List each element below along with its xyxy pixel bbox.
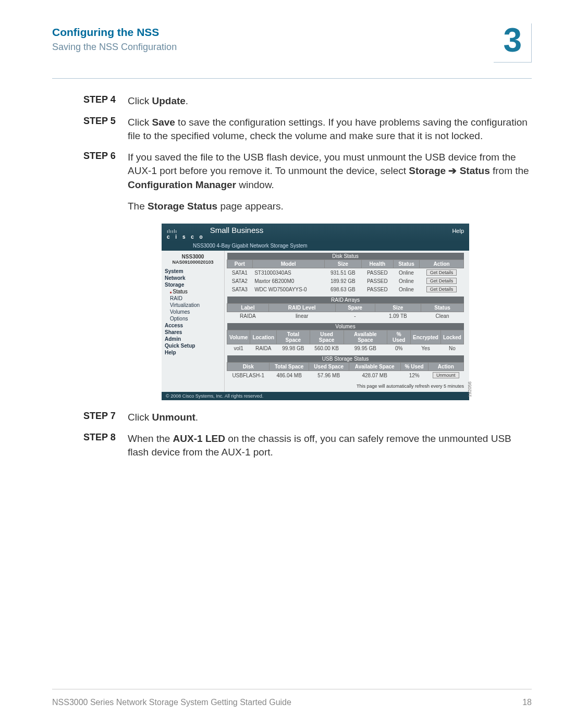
col-header: Volume	[227, 330, 250, 344]
table-row: USBFLASH-1 486.04 MB 57.96 MB 428.07 MB …	[227, 371, 464, 380]
cell: No	[440, 344, 463, 353]
cell: 57.96 MB	[309, 371, 349, 380]
nav-help[interactable]: Help	[165, 349, 221, 356]
step-text: Click	[128, 117, 152, 128]
cell: Maxtor 6B200M0	[252, 277, 324, 285]
step-bold: Unmount	[152, 412, 195, 423]
cell: 12%	[400, 371, 428, 380]
cell-status: Online	[393, 268, 419, 277]
col-header: Location	[250, 330, 277, 344]
col-header: Size	[324, 260, 361, 268]
cell-health: PASSED	[361, 277, 393, 285]
step-5: STEP 5 Click Save to save the configurat…	[83, 116, 532, 143]
cisco-bars-icon: ılıılı	[167, 229, 205, 234]
cell: 560.00 KB	[310, 344, 344, 353]
unmount-button[interactable]: Unmount	[433, 372, 459, 378]
cell: 1.09 TB	[375, 312, 421, 320]
table-row: vol1 RAIDA 99.98 GB 560.00 KB 99.95 GB 0…	[227, 344, 464, 353]
doc-title: NSS3000 Series Network Storage System Ge…	[52, 698, 291, 707]
device-name: NSS3000	[165, 254, 221, 260]
col-header: Encrypted	[411, 330, 441, 344]
table-caption: RAID Arrays	[227, 297, 464, 304]
step-body: If you saved the file to the USB flash d…	[128, 151, 532, 213]
cell: 486.04 MB	[270, 371, 309, 380]
cell: vol1	[227, 344, 250, 353]
table-caption: USB Storage Status	[227, 355, 464, 363]
nav-status[interactable]: Status	[165, 288, 221, 295]
step-label: STEP 6	[83, 151, 128, 213]
step-body: When the AUX-1 LED on the chassis is off…	[128, 432, 532, 460]
cell: Yes	[411, 344, 441, 353]
step-text: .	[186, 95, 188, 106]
nav-raid[interactable]: RAID	[165, 295, 221, 302]
cell: 189.92 GB	[324, 277, 361, 285]
step-text: page appears.	[217, 201, 284, 212]
cell: SATA3	[227, 285, 253, 293]
col-header: Total Space	[270, 363, 309, 371]
step-8: STEP 8 When the AUX-1 LED on the chassis…	[83, 432, 532, 460]
step-text: to save the configuration settings. If y…	[128, 117, 528, 142]
image-id: 192056	[467, 381, 472, 397]
step-label: STEP 5	[83, 116, 128, 143]
table-caption: Disk Status	[227, 253, 464, 260]
col-header: RAID Level	[268, 304, 335, 312]
step-bold: Update	[152, 95, 185, 106]
step-label: STEP 7	[83, 411, 128, 425]
nav-options[interactable]: Options	[165, 315, 221, 322]
step-text: Click	[128, 412, 152, 423]
step-bold: Storage Status	[148, 201, 217, 212]
col-header: Total Space	[277, 330, 310, 344]
cell: 99.95 GB	[344, 344, 387, 353]
cell-health: PASSED	[361, 268, 393, 277]
cell: 698.63 GB	[324, 285, 361, 293]
step-label: STEP 8	[83, 432, 128, 460]
step-4: STEP 4 Click Update.	[83, 94, 532, 108]
cell: WDC WD7500AYYS-0	[252, 285, 324, 293]
disk-status-table: Disk Status Port Model Size Health Statu…	[227, 253, 464, 293]
cisco-logo-text: c i s c o	[167, 234, 205, 240]
help-link[interactable]: Help	[452, 228, 464, 234]
raid-arrays-table: RAID Arrays Label RAID Level Spare Size …	[227, 297, 464, 320]
section-subtitle: Saving the NSS Configuration	[52, 42, 177, 53]
nav-quick-setup[interactable]: Quick Setup	[165, 342, 221, 349]
col-header: Port	[227, 260, 253, 268]
nav-shares[interactable]: Shares	[165, 329, 221, 336]
step-bold: Configuration Manager	[128, 179, 236, 190]
cell: ST31000340AS	[252, 268, 324, 277]
volumes-table: Volumes Volume Location Total Space Used…	[227, 323, 464, 352]
step-text: from the	[490, 165, 529, 176]
cell: RAIDA	[227, 312, 269, 320]
page-header: Configuring the NSS Saving the NSS Confi…	[52, 26, 532, 79]
col-header: % Used	[400, 363, 428, 371]
nav-network[interactable]: Network	[165, 275, 221, 281]
col-header: Available Space	[349, 363, 400, 371]
nav-system[interactable]: System	[165, 268, 221, 275]
nav-storage[interactable]: Storage	[165, 281, 221, 288]
step-bold: Save	[152, 117, 175, 128]
cell: linear	[268, 312, 335, 320]
screenshot-copyright: © 2008 Cisco Systems, Inc. All rights re…	[162, 392, 469, 400]
nav-admin[interactable]: Admin	[165, 336, 221, 342]
cell: 0%	[387, 344, 411, 353]
get-details-button[interactable]: Get Details	[426, 278, 457, 284]
col-header: % Used	[387, 330, 411, 344]
device-id: NAS091000020103	[165, 260, 221, 265]
get-details-button[interactable]: Get Details	[426, 286, 457, 292]
step-text: The	[128, 201, 148, 212]
col-header: Size	[375, 304, 421, 312]
step-body: Click Save to save the configuration set…	[128, 116, 532, 143]
nav-access[interactable]: Access	[165, 322, 221, 329]
nav-volumes[interactable]: Volumes	[165, 309, 221, 315]
col-header: Used Space	[309, 363, 349, 371]
step-body: Click Update.	[128, 94, 532, 108]
cell-health: PASSED	[361, 285, 393, 293]
cell: 428.07 MB	[349, 371, 400, 380]
section-title: Configuring the NSS	[52, 26, 177, 39]
nav-virtualization[interactable]: Virtualization	[165, 302, 221, 309]
get-details-button[interactable]: Get Details	[426, 269, 457, 276]
col-header: Model	[252, 260, 324, 268]
col-header: Action	[428, 363, 463, 371]
chapter-number: 3	[494, 23, 532, 63]
storage-status-screenshot: ılıılı c i s c o Small Business Help NSS…	[162, 224, 469, 400]
cell-status: Clean	[421, 312, 464, 320]
